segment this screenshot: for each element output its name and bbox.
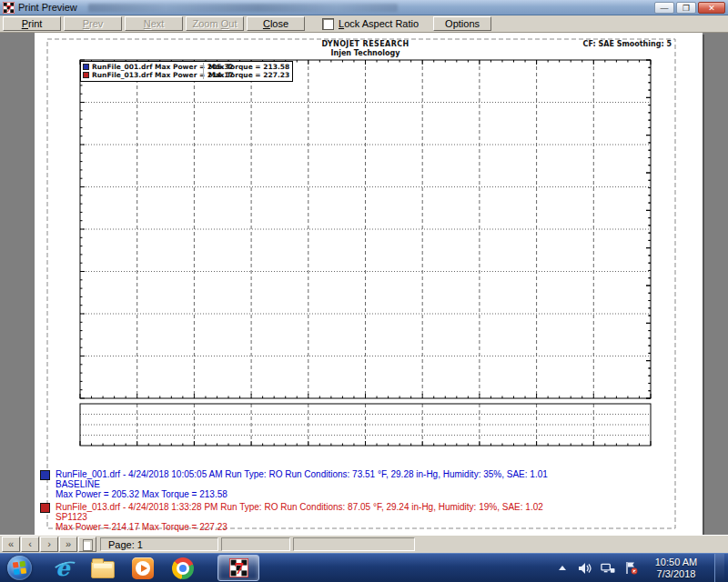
report-header-subtitle: Injen Technology <box>80 49 651 57</box>
zoom-out-button: Zoom Out <box>186 16 244 31</box>
close-button[interactable]: Close <box>247 16 305 31</box>
run-swatch <box>40 503 50 513</box>
legend-file-power: RunFile_001.drf Max Power = 205.32 <box>92 63 199 71</box>
report-page: DYNOJET RESEARCH Injen Technology CF: SA… <box>35 33 703 535</box>
start-button[interactable] <box>7 556 32 580</box>
window-title: Print Preview <box>18 2 77 13</box>
legend-file-power: RunFile_013.drf Max Power = 214.17 <box>92 71 199 79</box>
page-icon <box>83 539 93 551</box>
next-page-button[interactable]: › <box>40 537 58 552</box>
page-nav-buttons: «‹›» <box>2 537 78 552</box>
windows-flag-icon <box>12 560 27 576</box>
chart-legend: RunFile_001.drf Max Power = 205.32Max To… <box>80 61 293 82</box>
lock-aspect-ratio-group: Lock Aspect Ratio <box>322 18 419 30</box>
restore-button[interactable]: ❐ <box>676 2 696 14</box>
status-bar: «‹›» Page: 1 <box>0 535 728 553</box>
legend-torque: Max Torque = 227.23 <box>203 71 289 79</box>
options-button[interactable]: Options <box>433 16 491 31</box>
print-button[interactable]: Print <box>3 16 61 31</box>
toolbar-buttons: PrintPrevNextZoom OutClose <box>3 16 308 31</box>
page-setup-button[interactable] <box>78 537 96 552</box>
legend-row: RunFile_001.drf Max Power = 205.32Max To… <box>83 63 289 71</box>
minimize-button[interactable]: — <box>654 2 674 14</box>
winpep7-taskbar-button[interactable]: 7 <box>217 555 259 581</box>
run-swatch <box>40 470 50 480</box>
next-button: Next <box>125 16 183 31</box>
page-number-panel: Page: 1 <box>100 537 218 551</box>
media-player-icon[interactable] <box>131 557 155 580</box>
dyno-chart <box>35 33 703 535</box>
taskbar: e 7 <box>0 553 728 582</box>
legend-torque: Max Torque = 213.58 <box>203 63 289 71</box>
status-panel-2 <box>221 537 290 551</box>
run-info-block: RunFile_013.drf - 4/24/2018 1:33:28 PM R… <box>40 502 543 532</box>
lock-aspect-ratio-checkbox[interactable] <box>322 18 334 30</box>
status-panel-3 <box>293 537 415 551</box>
legend-row: RunFile_013.drf Max Power = 214.17Max To… <box>83 71 289 79</box>
gridlines <box>80 60 651 446</box>
legend-swatch <box>83 64 89 70</box>
lock-aspect-ratio-label: Lock Aspect Ratio <box>339 18 419 29</box>
redacted-title-text <box>88 4 398 12</box>
title-bar: 7 Print Preview — ❐ ✕ <box>0 0 728 15</box>
toolbar: PrintPrevNextZoom OutClose Lock Aspect R… <box>0 15 728 33</box>
prev-button: Prev <box>64 16 122 31</box>
run-info-text: RunFile_001.drf - 4/24/2018 10:05:05 AM … <box>56 469 548 499</box>
windows-explorer-icon[interactable] <box>91 557 115 580</box>
hidden-icons-arrow-icon[interactable] <box>555 561 570 576</box>
run-info-text: RunFile_013.drf - 4/24/2018 1:33:28 PM R… <box>56 502 543 532</box>
print-margin <box>47 39 675 528</box>
chrome-icon[interactable] <box>171 557 195 580</box>
screen: { "window": { "title": "Print Preview" }… <box>0 0 728 582</box>
svg-text:7: 7 <box>5 3 12 13</box>
run-info-block: RunFile_001.drf - 4/24/2018 10:05:05 AM … <box>40 469 548 499</box>
system-tray: 10:50 AM 7/3/2018 <box>555 554 728 582</box>
svg-text:7: 7 <box>233 560 243 577</box>
first-page-button[interactable]: « <box>2 537 20 552</box>
taskbar-clock[interactable]: 10:50 AM 7/3/2018 <box>646 557 706 580</box>
clock-time: 10:50 AM <box>646 557 706 568</box>
prev-page-button[interactable]: ‹ <box>21 537 39 552</box>
app-icon: 7 <box>3 2 15 14</box>
winpep7-icon: 7 <box>229 558 248 577</box>
last-page-button[interactable]: » <box>59 537 77 552</box>
internet-explorer-icon[interactable]: e <box>51 557 75 580</box>
network-icon[interactable] <box>601 561 615 576</box>
preview-area: DYNOJET RESEARCH Injen Technology CF: SA… <box>0 33 728 535</box>
clock-date: 7/3/2018 <box>646 568 706 580</box>
show-desktop-button[interactable] <box>714 554 724 582</box>
report-header-title: DYNOJET RESEARCH <box>80 40 651 48</box>
legend-swatch <box>83 72 89 78</box>
volume-icon[interactable] <box>578 561 592 576</box>
close-window-button[interactable]: ✕ <box>698 2 725 14</box>
report-correction-factor: CF: SAE Smoothing: 5 <box>583 40 672 48</box>
action-center-flag-icon[interactable] <box>623 561 638 576</box>
